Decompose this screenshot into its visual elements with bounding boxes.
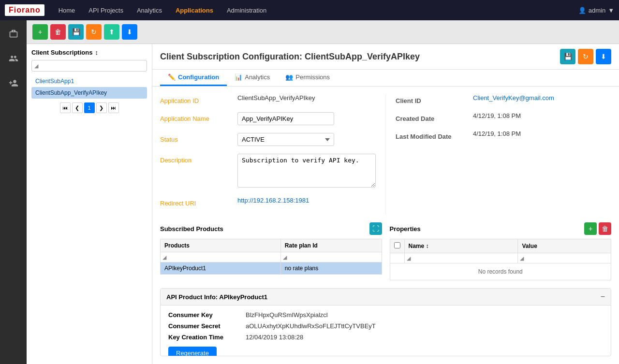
rate-plan-col-header: Rate plan Id bbox=[280, 239, 382, 252]
regenerate-button[interactable]: Regenerate bbox=[168, 347, 217, 356]
nav-analytics[interactable]: Analytics bbox=[130, 0, 169, 20]
status-label: Status bbox=[160, 133, 237, 143]
save-button[interactable]: 💾 bbox=[68, 24, 84, 40]
icon-sidebar bbox=[0, 20, 27, 364]
edit-icon: ✏️ bbox=[168, 73, 176, 81]
redirect-uri-row: Redirect URI http://192.168.2.158:1981 bbox=[160, 197, 376, 207]
form-area: Application ID ClientSubApp_VerifyAPIkey… bbox=[152, 87, 619, 222]
redirect-uri-link[interactable]: http://192.168.2.158:1981 bbox=[237, 197, 309, 204]
application-id-row: Application ID ClientSubApp_VerifyAPIkey bbox=[160, 94, 376, 104]
subscribed-products-table: Products Rate plan Id ◢ ◢ APIk bbox=[160, 239, 382, 275]
api-product-info-panel: API Product Info: APIkeyProduct1 − Consu… bbox=[160, 288, 611, 356]
status-row: Status ACTIVE INACTIVE bbox=[160, 133, 376, 146]
nav-administration[interactable]: Administration bbox=[220, 0, 273, 20]
application-name-row: Application Name bbox=[160, 112, 376, 125]
application-id-label: Application ID bbox=[160, 94, 237, 104]
properties-delete-btn[interactable]: 🗑 bbox=[599, 222, 611, 235]
rate-plan-filter-icon: ◢ bbox=[283, 254, 287, 260]
created-date-row: Created Date 4/12/19, 1:08 PM bbox=[396, 112, 611, 122]
no-records-row: No records found bbox=[390, 263, 611, 280]
first-page-btn[interactable]: ⏮ bbox=[60, 102, 71, 113]
consumer-secret-label: Consumer Secret bbox=[168, 322, 246, 330]
consumer-secret-value: aOLUAxhytXpKUhdlwRxSoFLEJTttCyTVBEyT bbox=[246, 322, 376, 330]
upload-button[interactable]: ⬆ bbox=[104, 24, 119, 40]
sort-name-icon: ↕ bbox=[426, 243, 429, 249]
value-col-header: Value bbox=[518, 239, 611, 253]
tab-configuration[interactable]: ✏️ Configuration bbox=[160, 70, 227, 86]
application-name-label: Application Name bbox=[160, 112, 237, 122]
page-1-btn[interactable]: 1 bbox=[84, 102, 95, 113]
properties-panel: Properties + 🗑 Name ↕ bbox=[390, 222, 612, 280]
sidebar-filter: ◢ bbox=[31, 60, 147, 72]
nav-applications[interactable]: Applications bbox=[169, 0, 220, 20]
description-textarea[interactable]: Subscription to verify API key. bbox=[237, 154, 376, 188]
briefcase-icon[interactable] bbox=[5, 25, 22, 43]
last-page-btn[interactable]: ⏭ bbox=[108, 102, 119, 113]
last-modified-value: 4/12/19, 1:08 PM bbox=[473, 130, 611, 137]
properties-header: Properties + 🗑 bbox=[390, 222, 612, 235]
username-label: admin bbox=[589, 7, 605, 14]
logo: Fiorano bbox=[5, 4, 44, 16]
sidebar-item-clientsubapp1[interactable]: ClientSubApp1 bbox=[31, 75, 147, 87]
toolbar: + 🗑 💾 ↻ ⬆ ⬇ bbox=[27, 20, 619, 44]
detail-reset-btn[interactable]: ↻ bbox=[578, 49, 593, 64]
api-info-title: API Product Info: APIkeyProduct1 bbox=[166, 293, 267, 301]
download-button[interactable]: ⬇ bbox=[122, 24, 137, 40]
subscribed-products-title: Subscribed Products bbox=[160, 225, 223, 233]
created-date-value: 4/12/19, 1:08 PM bbox=[473, 112, 611, 119]
application-name-input[interactable] bbox=[237, 112, 334, 125]
products-col-header: Products bbox=[161, 239, 281, 252]
user-plus-icon[interactable] bbox=[5, 74, 22, 92]
description-label: Description bbox=[160, 154, 237, 164]
next-page-btn[interactable]: ❯ bbox=[96, 102, 107, 113]
permissions-icon: 👥 bbox=[285, 73, 293, 81]
subscribed-products-panel: Subscribed Products ⛶ Products Rate plan… bbox=[160, 222, 382, 280]
checkbox-col-header bbox=[390, 239, 404, 253]
sidebar-title: Client Subscriptions ↕ bbox=[31, 49, 147, 56]
products-filter-row: ◢ ◢ bbox=[161, 252, 382, 262]
table-row[interactable]: APIkeyProduct1 no rate plans bbox=[161, 262, 382, 275]
user-icon: 👤 bbox=[578, 7, 586, 14]
properties-title: Properties bbox=[390, 225, 421, 233]
user-menu[interactable]: 👤 admin ▼ bbox=[578, 7, 614, 14]
sidebar-item-clientsubapp-verifyapikey[interactable]: ClientSubApp_VerifyAPIkey bbox=[31, 87, 147, 99]
product-name-cell: APIkeyProduct1 bbox=[161, 262, 281, 275]
chevron-down-icon: ▼ bbox=[608, 7, 614, 14]
reset-button[interactable]: ↻ bbox=[86, 24, 102, 40]
nav-api-projects[interactable]: API Projects bbox=[82, 0, 130, 20]
tab-permissions[interactable]: 👥 Permissions bbox=[278, 70, 338, 86]
status-select[interactable]: ACTIVE INACTIVE bbox=[237, 133, 334, 146]
key-creation-value: 12/04/2019 13:08:28 bbox=[246, 334, 303, 341]
api-info-body: Consumer Key BlzFHpxQuRSmIWpsXpialzcl Co… bbox=[161, 306, 611, 356]
pagination: ⏮ ❮ 1 ❯ ⏭ bbox=[31, 102, 147, 113]
nav-home[interactable]: Home bbox=[52, 0, 82, 20]
tab-analytics[interactable]: 📊 Analytics bbox=[227, 70, 278, 86]
detail-panel: Client Subscription Configuration: Clien… bbox=[152, 44, 619, 364]
value-filter-icon: ◢ bbox=[520, 255, 524, 261]
sidebar-search-input[interactable] bbox=[31, 60, 147, 72]
users-icon[interactable] bbox=[5, 50, 22, 67]
detail-download-btn[interactable]: ⬇ bbox=[596, 49, 611, 64]
add-button[interactable]: + bbox=[32, 24, 48, 40]
created-date-label: Created Date bbox=[396, 112, 473, 122]
client-id-value[interactable]: Client_VerifyKey@gmail.com bbox=[473, 94, 554, 102]
last-modified-label: Last Modified Date bbox=[396, 130, 473, 140]
delete-button[interactable]: 🗑 bbox=[50, 24, 66, 40]
prev-page-btn[interactable]: ❮ bbox=[72, 102, 83, 113]
client-id-row: Client ID Client_VerifyKey@gmail.com bbox=[396, 94, 611, 104]
last-modified-row: Last Modified Date 4/12/19, 1:08 PM bbox=[396, 130, 611, 140]
select-all-checkbox[interactable] bbox=[394, 242, 400, 248]
description-row: Description Subscription to verify API k… bbox=[160, 154, 376, 189]
external-link-btn[interactable]: ⛶ bbox=[369, 222, 382, 235]
rate-plan-cell: no rate plans bbox=[280, 262, 382, 275]
collapse-btn[interactable]: − bbox=[601, 292, 605, 301]
top-navigation: Fiorano Home API Projects Analytics Appl… bbox=[0, 0, 619, 20]
consumer-key-row: Consumer Key BlzFHpxQuRSmIWpsXpialzcl bbox=[168, 311, 603, 319]
key-creation-label: Key Creation Time bbox=[168, 334, 246, 341]
detail-save-btn[interactable]: 💾 bbox=[560, 49, 575, 64]
properties-table: Name ↕ Value ◢ ◢ bbox=[390, 239, 612, 280]
properties-add-btn[interactable]: + bbox=[584, 222, 597, 235]
products-filter-icon: ◢ bbox=[162, 254, 166, 260]
redirect-uri-label: Redirect URI bbox=[160, 197, 237, 207]
client-id-label: Client ID bbox=[396, 94, 473, 104]
